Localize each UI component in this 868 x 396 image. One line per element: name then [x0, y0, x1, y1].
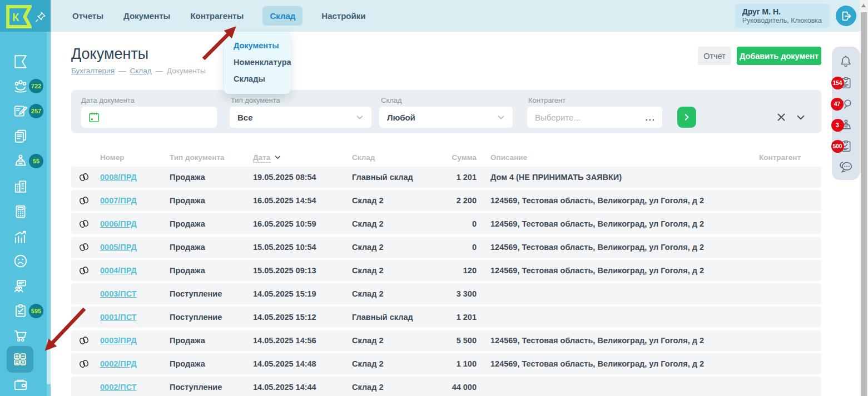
- sidebar-item-tasks[interactable]: [13, 103, 28, 119]
- document-number-link[interactable]: 0001/ПСТ: [100, 313, 137, 322]
- dropdown-item-warehouses[interactable]: Склады: [224, 71, 290, 87]
- user-profile-chip[interactable]: Друг М. Н. Руководитель, Клюковка: [735, 4, 830, 28]
- document-number-link[interactable]: 0006/ПРД: [100, 219, 137, 228]
- table-row[interactable]: 0003/ПСТ Поступление 14.05.2025 15:19 Ск…: [71, 283, 821, 304]
- nav-item-reports[interactable]: Отчеты: [71, 6, 105, 26]
- document-number-link[interactable]: 0004/ПРД: [100, 266, 137, 275]
- document-number-link[interactable]: 0002/ПРД: [100, 359, 137, 368]
- sidebar-item-orders[interactable]: [13, 303, 28, 319]
- clear-filters-icon[interactable]: [775, 111, 787, 123]
- scrollbar-thumb[interactable]: [861, 12, 867, 396]
- report-button[interactable]: Отчет: [698, 47, 731, 65]
- sidebar-scrollbar-thumb[interactable]: [47, 340, 51, 384]
- table-row[interactable]: 0008/ПРД Продажа 19.05.2025 08:54 Главны…: [71, 167, 821, 188]
- counterparty-input[interactable]: [535, 113, 640, 122]
- calendar-icon[interactable]: [88, 111, 100, 123]
- table-row[interactable]: 0003/ПРД Продажа 14.05.2025 14:56 Склад …: [71, 330, 821, 351]
- logout-button[interactable]: [836, 6, 856, 26]
- tasks-widget-button[interactable]: 154: [839, 72, 853, 93]
- logo-block[interactable]: К: [0, 0, 51, 32]
- document-number-link[interactable]: 0003/ПРД: [100, 336, 137, 345]
- nav-item-settings[interactable]: Настройки: [320, 6, 366, 26]
- column-header-number[interactable]: Номер: [100, 153, 170, 162]
- chevron-right-icon: [681, 111, 693, 123]
- people-chat-icon: [13, 278, 28, 294]
- column-header-counterparty[interactable]: Контрагент: [757, 153, 821, 162]
- table-row[interactable]: 0005/ПРД Продажа 15.05.2025 10:54 Склад …: [71, 237, 821, 258]
- document-number-link[interactable]: 0008/ПРД: [100, 173, 137, 182]
- column-header-date[interactable]: Дата: [253, 152, 352, 162]
- apply-filter-button[interactable]: [677, 107, 696, 128]
- breadcrumb-separator: —: [156, 67, 163, 75]
- cart-icon: [13, 328, 28, 343]
- chevron-down-icon: [354, 111, 366, 123]
- column-header-sum[interactable]: Сумма: [435, 153, 477, 162]
- sidebar-item-clients[interactable]: [13, 78, 28, 94]
- sidebar-item-analytics[interactable]: [13, 229, 28, 245]
- sidebar-item-complaints[interactable]: [13, 253, 28, 269]
- description-cell: Дом 4 (НЕ ПРИНИМАТЬ ЗАЯВКИ): [477, 173, 757, 182]
- nav-item-warehouse[interactable]: Склад: [262, 6, 302, 26]
- scrollbar-up-arrow[interactable]: [861, 4, 866, 7]
- sidebar-item-reception[interactable]: [13, 153, 28, 169]
- building-icon: [13, 179, 28, 194]
- table-row[interactable]: 0001/ПСТ Поступление 14.05.2025 15:12 Гл…: [71, 307, 821, 328]
- table-row[interactable]: 0007/ПРД Продажа 16.05.2025 14:54 Склад …: [71, 190, 821, 211]
- sidebar-item-purchases[interactable]: [13, 328, 28, 343]
- document-number-link[interactable]: 0002/ПСТ: [100, 383, 137, 392]
- dropdown-item-nomenclature[interactable]: Номенклатура: [224, 54, 290, 71]
- collapse-filters-icon[interactable]: [794, 111, 807, 123]
- sidebar-item-company[interactable]: [13, 179, 28, 194]
- warehouse-cell: Склад 2: [352, 196, 435, 205]
- document-type-cell: Продажа: [170, 196, 253, 205]
- sum-cell: 3 300: [435, 289, 477, 298]
- sidebar-item-accounting-active[interactable]: [7, 346, 33, 373]
- nav-item-counterparties[interactable]: Контрагенты: [189, 6, 245, 26]
- filter-type-label: Тип документа: [231, 96, 280, 104]
- document-number-link[interactable]: 0005/ПРД: [100, 243, 137, 252]
- document-date-cell: 16.05.2025 14:54: [253, 196, 352, 205]
- attachment-link-icon: [78, 334, 90, 347]
- column-header-description[interactable]: Описание: [477, 153, 757, 162]
- table-row[interactable]: 0004/ПРД Продажа 15.05.2025 09:13 Склад …: [71, 260, 821, 281]
- calls-widget-button[interactable]: 47: [839, 93, 853, 114]
- description-cell: 124569, Тестовая область, Великоград, ул…: [477, 219, 757, 228]
- add-document-button[interactable]: Добавить документ: [737, 47, 821, 65]
- checklist-widget-button[interactable]: 500: [839, 136, 853, 157]
- counterparty-select[interactable]: ...: [527, 107, 662, 128]
- breadcrumb-separator: —: [118, 67, 126, 75]
- clipboard-check-icon: [13, 303, 28, 319]
- breadcrumb-warehouse[interactable]: Склад: [130, 67, 151, 75]
- dropdown-item-documents[interactable]: Документы: [224, 37, 290, 54]
- warehouse-select[interactable]: Любой: [379, 107, 513, 128]
- sort-by-date[interactable]: Дата: [253, 153, 270, 163]
- sidebar-item-staff-chat[interactable]: [13, 278, 28, 294]
- sum-cell: 1 201: [435, 313, 477, 322]
- counterparty-picker-dots[interactable]: ...: [645, 113, 656, 122]
- column-header-warehouse[interactable]: Склад: [352, 153, 435, 162]
- document-number-link[interactable]: 0003/ПСТ: [100, 289, 137, 298]
- document-date-cell: 14.05.2025 15:19: [253, 289, 352, 298]
- document-date-input[interactable]: [81, 107, 217, 128]
- table-row[interactable]: 0002/ПСТ Поступление 14.05.2025 14:44 Ск…: [71, 377, 821, 396]
- sidebar-item-flag[interactable]: [13, 54, 28, 69]
- table-row[interactable]: 0002/ПРД Продажа 14.05.2025 14:48 Склад …: [71, 353, 821, 374]
- attachment-link-icon: [78, 358, 90, 370]
- topbar: Отчеты Документы Контрагенты Склад Настр…: [51, 0, 860, 32]
- column-header-type[interactable]: Тип документа: [170, 153, 253, 162]
- notifications-button[interactable]: [839, 51, 853, 72]
- document-type-select[interactable]: Все: [230, 107, 371, 128]
- reception-widget-button[interactable]: 3: [839, 114, 853, 136]
- document-number-link[interactable]: 0007/ПРД: [100, 196, 137, 205]
- growth-chart-icon: [13, 229, 28, 245]
- sort-chevron-down-icon[interactable]: [272, 152, 282, 162]
- chat-widget-button[interactable]: [839, 157, 854, 178]
- page-scrollbar[interactable]: [860, 0, 868, 396]
- sidebar-item-finance[interactable]: [13, 377, 28, 393]
- pin-icon[interactable]: [33, 11, 47, 24]
- sidebar-item-documents[interactable]: [13, 128, 28, 144]
- breadcrumb-accounting[interactable]: Бухгалтерия: [71, 67, 115, 75]
- sidebar-item-calculator[interactable]: [13, 204, 28, 219]
- nav-item-documents[interactable]: Документы: [122, 6, 171, 26]
- table-row[interactable]: 0006/ПРД Продажа 16.05.2025 10:59 Склад …: [71, 213, 821, 234]
